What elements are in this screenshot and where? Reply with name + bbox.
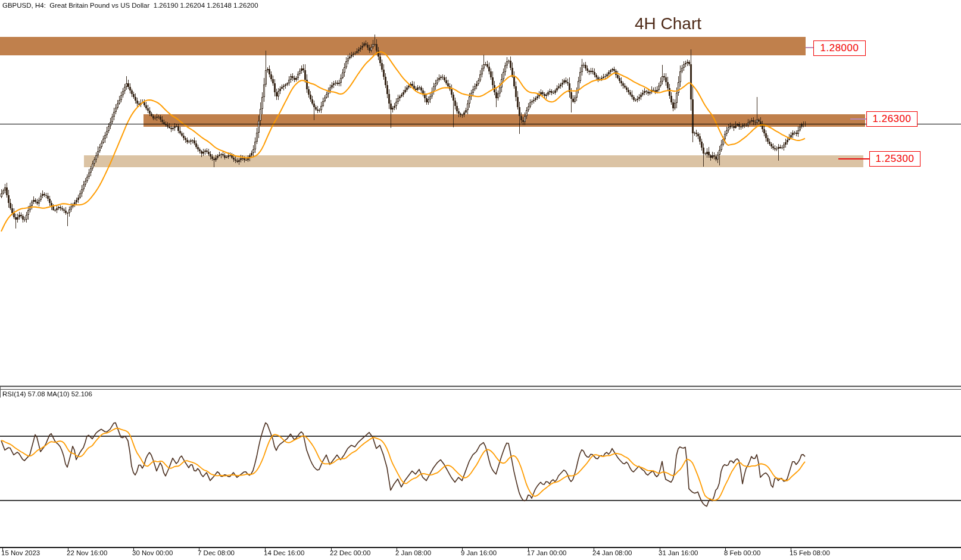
pane-separator[interactable] (0, 386, 961, 390)
candlestick-canvas[interactable] (0, 0, 961, 560)
price-label-connector (850, 118, 866, 120)
time-axis-label: 7 Dec 08:00 (198, 549, 235, 556)
time-axis-label: 9 Jan 16:00 (461, 549, 497, 556)
time-axis-label: 22 Dec 00:00 (330, 549, 370, 556)
time-axis-label: 31 Jan 16:00 (659, 549, 698, 556)
price-label-1.26300[interactable]: 1.26300 (866, 111, 918, 127)
price-label-connector (838, 158, 869, 159)
price-label-1.28000[interactable]: 1.28000 (813, 40, 866, 56)
price-label-1.25300[interactable]: 1.25300 (869, 151, 921, 167)
chart-window: 1.280001.263001.25300 GBPUSD, H4: Great … (0, 0, 961, 560)
rsi-indicator-label: RSI(14) 57.08 MA(10) 52.106 (2, 390, 92, 398)
time-axis-line[interactable] (0, 547, 961, 548)
time-axis-label: 24 Jan 08:00 (592, 549, 632, 556)
time-axis-label: 30 Nov 00:00 (132, 549, 173, 556)
rsi-pane-left-border (0, 386, 1, 398)
chart-title[interactable]: 4H Chart (635, 14, 701, 33)
time-axis-label: 15 Nov 2023 (1, 549, 40, 556)
time-axis-label: 17 Jan 00:00 (527, 549, 567, 556)
symbol-ohlc-header: GBPUSD, H4: Great Britain Pound vs US Do… (2, 2, 258, 9)
time-axis-label: 22 Nov 16:00 (67, 549, 107, 556)
time-axis-label: 15 Feb 08:00 (790, 549, 830, 556)
time-axis-label: 14 Dec 16:00 (264, 549, 304, 556)
price-label-connector (806, 47, 813, 48)
time-axis-label: 2 Jan 08:00 (395, 549, 431, 556)
bid-price-line (0, 124, 961, 124)
time-axis-label: 8 Feb 00:00 (724, 549, 760, 556)
